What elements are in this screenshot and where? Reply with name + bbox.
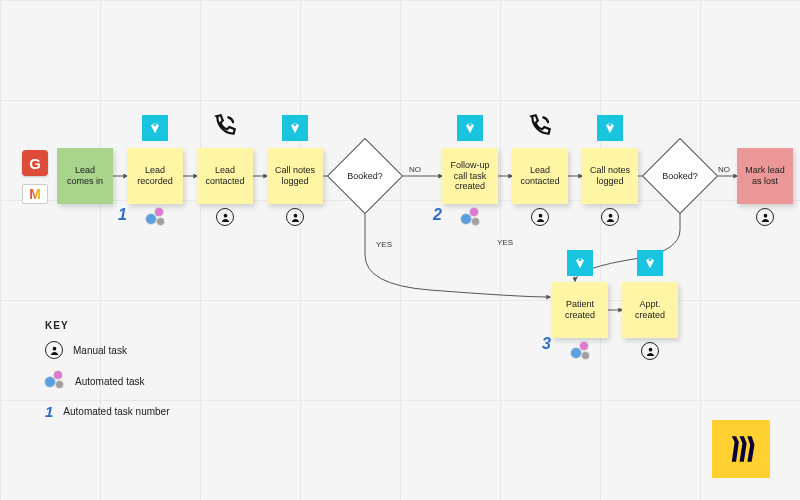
- vendor-icon: [567, 250, 593, 276]
- note-lead-contacted-1[interactable]: Lead contacted: [197, 148, 253, 204]
- svg-point-12: [469, 123, 472, 126]
- gears-icon: [45, 371, 65, 391]
- decision-label: Booked?: [654, 150, 706, 202]
- note-patient-created[interactable]: Patient created: [552, 282, 608, 338]
- svg-point-13: [609, 123, 612, 126]
- gears-icon: [461, 208, 481, 228]
- note-label: Lead contacted: [516, 165, 564, 187]
- svg-point-15: [649, 258, 652, 261]
- note-label: Call notes logged: [271, 165, 319, 187]
- note-label: Follow-up call task created: [446, 160, 494, 192]
- note-label: Mark lead as lost: [741, 165, 789, 187]
- person-icon: [45, 341, 63, 359]
- svg-point-22: [52, 346, 56, 350]
- note-appt-created[interactable]: Appt. created: [622, 282, 678, 338]
- legend-number-label: Automated task number: [63, 406, 169, 417]
- note-call-notes-2[interactable]: Call notes logged: [582, 148, 638, 204]
- svg-point-21: [648, 347, 652, 351]
- gmail-icon: [22, 184, 48, 204]
- automated-number-3: 3: [542, 335, 551, 353]
- note-lead-contacted-2[interactable]: Lead contacted: [512, 148, 568, 204]
- gears-icon: [146, 208, 166, 228]
- note-call-notes-1[interactable]: Call notes logged: [267, 148, 323, 204]
- edge-label-no-2: NO: [716, 165, 732, 174]
- phone-icon: [212, 113, 238, 139]
- svg-point-11: [294, 123, 297, 126]
- g-app-icon: G: [22, 150, 48, 176]
- legend-automated-label: Automated task: [75, 376, 144, 387]
- flow-diagram: G Lead comes in Lead recorded Lead conta…: [0, 0, 800, 500]
- note-lead-recorded[interactable]: Lead recorded: [127, 148, 183, 204]
- person-icon: [216, 208, 234, 226]
- vendor-icon: [637, 250, 663, 276]
- person-icon: [286, 208, 304, 226]
- gears-icon: [571, 342, 591, 362]
- automated-number-1: 1: [118, 206, 127, 224]
- note-label: Patient created: [556, 299, 604, 321]
- svg-point-16: [223, 213, 227, 217]
- automated-number-2: 2: [433, 206, 442, 224]
- edge-label-yes-2: YES: [495, 238, 515, 247]
- person-icon: [601, 208, 619, 226]
- note-label: Appt. created: [626, 299, 674, 321]
- person-icon: [756, 208, 774, 226]
- edge-label-yes-1: YES: [374, 240, 394, 249]
- svg-point-14: [579, 258, 582, 261]
- phone-icon: [527, 113, 553, 139]
- svg-point-19: [608, 213, 612, 217]
- legend: KEY Manual task Automated task 1 Automat…: [45, 320, 170, 432]
- decision-label: Booked?: [339, 150, 391, 202]
- note-label: Lead comes in: [61, 165, 109, 187]
- legend-title: KEY: [45, 320, 170, 331]
- note-mark-lost[interactable]: Mark lead as lost: [737, 148, 793, 204]
- source-apps: G: [22, 150, 48, 204]
- vendor-icon: [282, 115, 308, 141]
- svg-point-18: [538, 213, 542, 217]
- decision-booked-1[interactable]: Booked?: [327, 138, 403, 214]
- person-icon: [641, 342, 659, 360]
- legend-number-sample: 1: [45, 403, 53, 420]
- note-label: Lead recorded: [131, 165, 179, 187]
- person-icon: [531, 208, 549, 226]
- note-label: Call notes logged: [586, 165, 634, 187]
- vendor-icon: [142, 115, 168, 141]
- vendor-icon: [457, 115, 483, 141]
- legend-manual-label: Manual task: [73, 345, 127, 356]
- note-lead-in[interactable]: Lead comes in: [57, 148, 113, 204]
- svg-point-20: [763, 213, 767, 217]
- note-label: Lead contacted: [201, 165, 249, 187]
- note-followup[interactable]: Follow-up call task created: [442, 148, 498, 204]
- miro-logo-icon: [712, 420, 770, 478]
- decision-booked-2[interactable]: Booked?: [642, 138, 718, 214]
- svg-point-10: [154, 123, 157, 126]
- svg-point-17: [293, 213, 297, 217]
- edge-label-no-1: NO: [407, 165, 423, 174]
- vendor-icon: [597, 115, 623, 141]
